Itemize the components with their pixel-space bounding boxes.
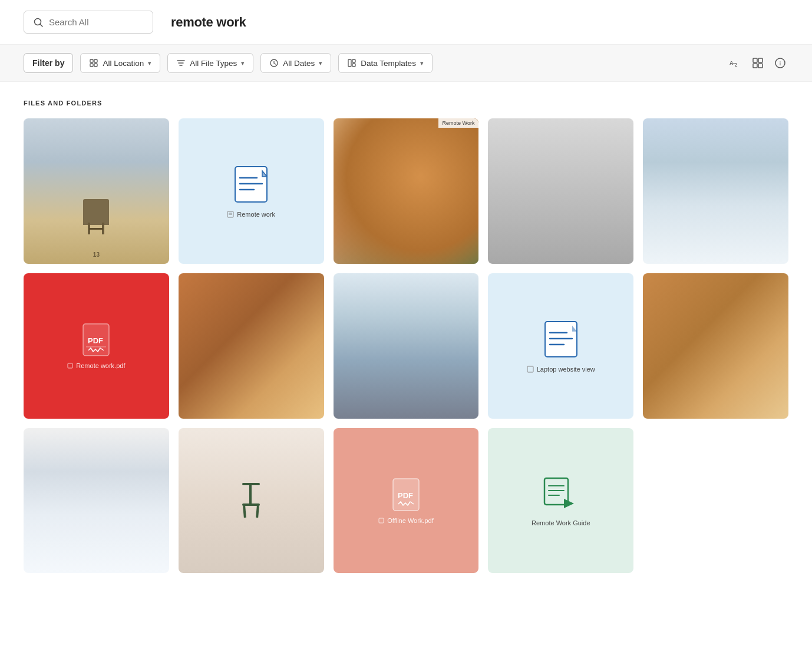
file-types-chevron: ▾ <box>241 59 245 67</box>
pdf-icon: PDF <box>81 322 111 357</box>
pdf-label: Offline Work.pdf <box>378 517 433 524</box>
location-chevron: ▾ <box>148 59 151 67</box>
location-filter[interactable]: All Location ▾ <box>80 53 160 73</box>
doc-small-icon <box>227 211 234 218</box>
pdf-small-icon <box>378 518 384 524</box>
svg-rect-7 <box>348 59 351 67</box>
svg-rect-13 <box>753 58 757 62</box>
list-item[interactable]: Remote Work Guide <box>488 428 633 574</box>
list-item[interactable] <box>643 118 788 264</box>
svg-rect-16 <box>758 64 763 68</box>
section-title: FILES AND FOLDERS <box>24 100 788 107</box>
search-query: remote work <box>171 15 246 30</box>
svg-rect-3 <box>94 59 97 62</box>
doc-label: Laptop website view <box>527 366 595 373</box>
main-content: FILES AND FOLDERS 13 <box>0 82 812 591</box>
svg-marker-45 <box>564 499 574 508</box>
list-item[interactable]: Remote Work <box>334 118 479 264</box>
svg-rect-14 <box>758 58 763 62</box>
list-item[interactable] <box>179 428 324 574</box>
location-icon <box>89 58 98 68</box>
svg-line-1 <box>40 24 42 26</box>
dates-filter[interactable]: All Dates ▾ <box>260 53 331 73</box>
filter-icon <box>176 58 186 68</box>
pdf-small-icon <box>67 363 73 369</box>
photo-badge: Remote Work <box>438 118 479 128</box>
toolbar-icons: A Z i <box>726 54 788 72</box>
templates-filter[interactable]: Data Templates ▾ <box>338 53 433 73</box>
grid-icon <box>752 57 764 69</box>
svg-text:i: i <box>780 61 781 67</box>
list-item[interactable]: Laptop website view <box>488 273 633 419</box>
templates-chevron: ▾ <box>420 59 424 67</box>
file-types-filter[interactable]: All File Types ▾ <box>167 53 253 73</box>
svg-text:A: A <box>730 60 734 66</box>
svg-rect-37 <box>527 366 533 372</box>
grid-view-button[interactable] <box>750 55 766 71</box>
templates-icon <box>347 58 357 68</box>
list-item[interactable]: 13 <box>24 118 169 264</box>
location-label: All Location <box>103 59 144 68</box>
dates-chevron: ▾ <box>319 59 322 67</box>
pdf-label: Remote work.pdf <box>67 362 125 369</box>
list-item[interactable] <box>179 273 324 419</box>
list-item[interactable] <box>334 273 479 419</box>
search-input[interactable] <box>49 17 126 27</box>
list-item[interactable] <box>24 428 169 574</box>
svg-text:PDF: PDF <box>88 336 103 345</box>
svg-rect-8 <box>352 59 355 62</box>
svg-rect-9 <box>352 64 355 67</box>
pdf-icon: PDF <box>391 477 421 512</box>
svg-text:PDF: PDF <box>398 491 413 500</box>
filters-bar: Filter by All Location ▾ All File Types … <box>0 45 812 82</box>
svg-rect-4 <box>90 64 93 67</box>
info-icon: i <box>774 57 786 69</box>
sort-button[interactable]: A Z <box>726 54 744 72</box>
svg-rect-40 <box>379 518 384 523</box>
file-types-label: All File Types <box>190 59 237 68</box>
clock-icon <box>269 58 279 68</box>
files-grid: 13 Remote work <box>24 118 788 573</box>
templates-label: Data Templates <box>361 59 416 68</box>
list-item[interactable]: Remote work <box>179 118 324 264</box>
search-box[interactable] <box>24 11 153 34</box>
header: remote work <box>0 0 812 45</box>
document-icon <box>230 164 272 205</box>
list-item[interactable]: PDF Offline Work.pdf <box>334 428 479 574</box>
search-icon <box>34 18 43 27</box>
dates-label: All Dates <box>283 59 315 68</box>
doc-label: Remote work <box>227 211 275 218</box>
sort-az-icon: A Z <box>728 57 741 69</box>
document-icon <box>540 319 582 360</box>
svg-rect-2 <box>90 59 93 62</box>
doc-small-icon <box>527 366 534 373</box>
list-item[interactable] <box>643 273 788 419</box>
list-item[interactable]: PDF Remote work.pdf <box>24 273 169 419</box>
svg-rect-31 <box>68 363 72 368</box>
guide-label: Remote Work Guide <box>532 519 590 526</box>
info-button[interactable]: i <box>772 55 788 71</box>
svg-rect-15 <box>753 64 757 68</box>
svg-rect-5 <box>94 64 97 67</box>
guide-icon <box>542 475 580 514</box>
list-item[interactable] <box>488 118 633 264</box>
filter-by-label: Filter by <box>24 53 73 73</box>
